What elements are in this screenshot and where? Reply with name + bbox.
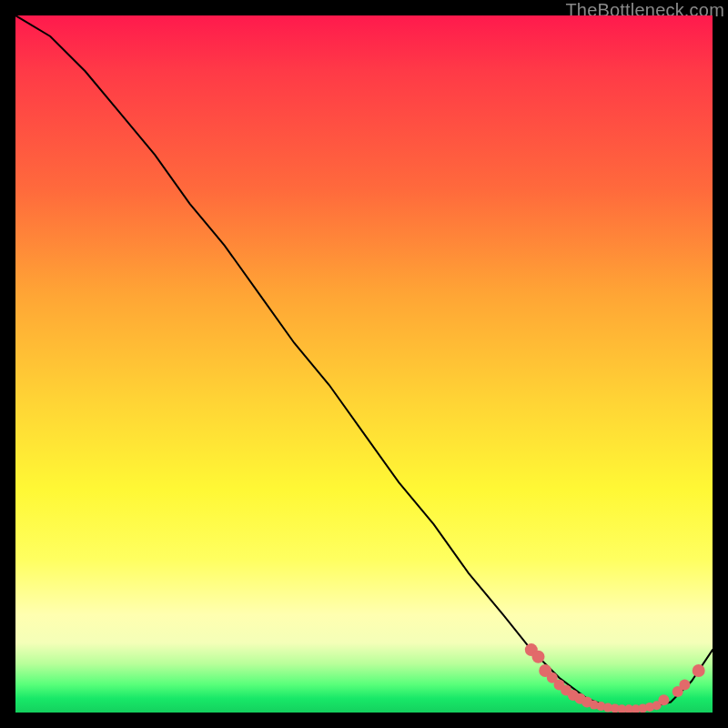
marker-group [525,643,705,713]
highlight-point [525,643,538,656]
highlight-point [596,702,605,711]
highlight-point [568,690,579,701]
highlight-point [547,672,558,683]
plot-area [15,15,713,713]
highlight-point [617,704,626,713]
highlight-point [581,697,592,708]
highlight-point [638,703,647,713]
highlight-point [679,679,690,690]
highlight-point [561,685,571,696]
highlight-point [693,664,705,677]
highlight-point [539,664,551,677]
highlight-point [575,693,586,704]
chart-stage: TheBottleneck.com [0,0,728,728]
highlight-point [532,651,545,663]
highlight-point [672,686,683,697]
highlight-point [658,694,669,705]
highlight-point [645,703,654,712]
main-curve [15,15,713,709]
highlight-point [554,679,565,690]
highlight-point [590,701,599,710]
highlight-point [632,704,641,713]
highlight-point [603,703,612,713]
highlight-point [624,704,633,713]
highlight-point [611,703,620,713]
highlight-point [652,701,662,710]
curve-layer [15,15,713,713]
